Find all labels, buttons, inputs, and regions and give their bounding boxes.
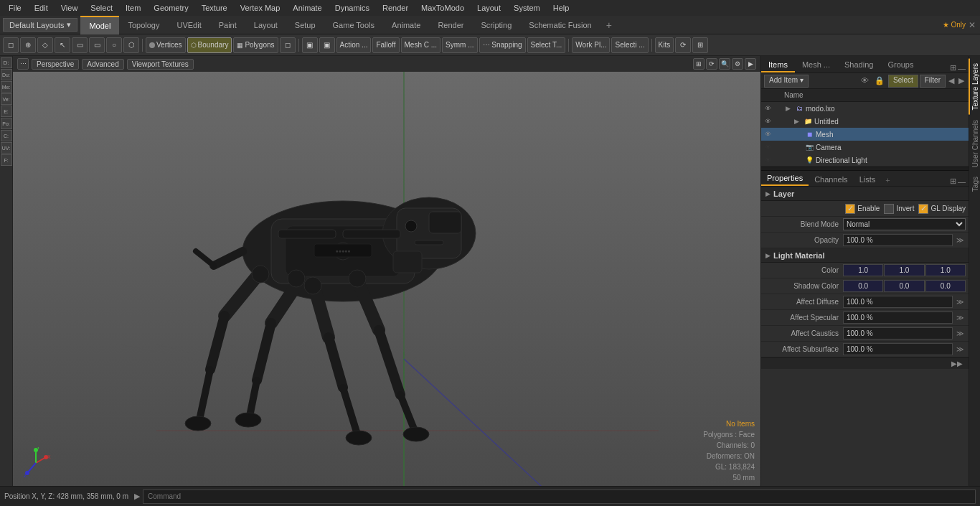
tree-item-mesh[interactable]: 👁 ◼ Mesh [761,128,969,141]
tool-hex[interactable]: ⬡ [123,37,139,53]
menu-select[interactable]: Select [85,2,118,14]
tree-item-light[interactable]: 👁 💡 Directional Light [761,154,969,167]
tool-selectt[interactable]: Select T... [527,37,566,53]
tool-selecti[interactable]: Selecti ... [611,37,648,53]
enable-check-item[interactable]: ✓ Enable [845,204,880,214]
invert-check-item[interactable]: Invert [884,204,914,214]
tab-channels[interactable]: Channels [809,173,853,186]
left-btn-e[interactable]: E: [1,106,12,117]
menu-layout[interactable]: Layout [471,2,507,14]
tab-properties[interactable]: Properties [761,172,809,186]
tree-item-modo[interactable]: 👁 ▶ 🗂 modo.lxo [761,102,969,115]
blend-mode-select[interactable]: Normal Additive Multiply [843,218,966,230]
tab-groups[interactable]: Groups [880,58,920,72]
vp-perspective-btn[interactable]: Perspective [32,59,79,70]
select-btn[interactable]: Select [888,75,918,88]
layout-tab-setup[interactable]: Setup [286,16,324,34]
affect-specular-input[interactable] [843,311,953,324]
left-btn-c[interactable]: C: [1,130,12,141]
tool-refresh[interactable]: ⟳ [675,37,691,53]
eye-modo[interactable]: 👁 [763,103,773,113]
tab-shading[interactable]: Shading [837,58,880,72]
layout-tab-animate[interactable]: Animate [383,16,429,34]
vp-textures-btn[interactable]: Viewport Textures [127,59,194,70]
tool-origin[interactable]: ⊕ [20,37,36,53]
menu-texture[interactable]: Texture [196,2,233,14]
menu-render[interactable]: Render [377,2,414,14]
eye-mesh[interactable]: 👁 [763,129,773,139]
command-input[interactable] [143,489,976,504]
vtab-tags[interactable]: Tags [969,172,980,196]
menu-view[interactable]: View [55,2,84,14]
layout-tab-gametools[interactable]: Game Tools [324,16,384,34]
tool-snapping[interactable]: ⋯ Snapping [479,37,526,53]
viewport-canvas[interactable]: ●●●●● No Items Polygons : Face Channels:… [13,72,760,486]
add-item-btn[interactable]: Add Item ▾ [764,75,809,88]
tool-action[interactable]: Action ... [336,37,372,53]
menu-edit[interactable]: Edit [29,2,54,14]
tool-boundary[interactable]: ⬡ Boundary [187,37,232,53]
tool-falloff[interactable]: Falloff [372,37,399,53]
left-btn-du[interactable]: Du: [1,69,12,80]
menu-help[interactable]: Help [547,2,575,14]
items-scroll-right[interactable]: ▶ [957,76,966,85]
props-minimize-icon[interactable]: — [958,177,966,186]
color-r-input[interactable] [843,264,883,276]
tool-symm[interactable]: Symm ... [442,37,477,53]
menu-system[interactable]: System [508,2,546,14]
layout-dropdown[interactable]: Default Layouts ▾ [3,18,77,32]
layout-tab-topology[interactable]: Topology [119,16,168,34]
layout-tab-paint[interactable]: Paint [210,16,245,34]
layout-tab-model[interactable]: Model [80,16,119,34]
tool-mode6[interactable]: ▣ [319,37,335,53]
layout-tab-render[interactable]: Render [429,16,472,34]
tool-circle[interactable]: ○ [106,37,122,53]
tab-add-plus[interactable]: + [881,174,894,186]
items-lock-icon[interactable]: 🔒 [872,76,887,85]
menu-geometry[interactable]: Geometry [148,2,194,14]
tool-rect2[interactable]: ▭ [89,37,105,53]
shadow-b-input[interactable] [925,280,966,292]
panel-expand-icon[interactable]: ⊞ [950,63,956,72]
eye-camera[interactable]: 👁 [763,142,773,152]
caustics-scroll[interactable]: ≫ [954,329,966,337]
menu-animate[interactable]: Animate [287,2,327,14]
layout-tab-schematic[interactable]: Schematic Fusion [520,16,600,34]
left-btn-me[interactable]: Me: [1,81,12,93]
left-btn-ve[interactable]: Ve: [1,93,12,105]
eye-light[interactable]: 👁 [763,155,773,165]
layer-section-header[interactable]: ▶ Layer [761,187,969,201]
invert-checkbox[interactable] [884,204,894,214]
vtab-texture-layers[interactable]: Texture Layers [969,59,980,115]
color-b-input[interactable] [925,264,966,276]
props-expand-bottom[interactable]: ▶▶ [948,360,966,367]
tool-select-mode[interactable]: ◻ [3,37,19,53]
menu-maxtomodo[interactable]: MaxToModo [415,2,470,14]
vp-icon-search[interactable]: 🔍 [719,58,730,70]
menu-dynamics[interactable]: Dynamics [329,2,375,14]
tree-item-camera[interactable]: 👁 📷 Camera [761,141,969,154]
tool-kits[interactable]: Kits [655,37,674,53]
shadow-r-input[interactable] [843,280,883,292]
diffuse-scroll[interactable]: ≫ [954,298,966,306]
vtab-user-channels[interactable]: User Channels [969,116,980,172]
opacity-scroll[interactable]: ≫ [954,236,966,244]
light-material-section-header[interactable]: ▶ Light Material [761,248,969,263]
eye-untitled[interactable]: 👁 [763,116,773,126]
tool-vertices[interactable]: Vertices [146,37,186,53]
menu-file[interactable]: File [3,2,27,14]
specular-scroll[interactable]: ≫ [954,314,966,322]
vp-icon-home[interactable]: ⊞ [693,58,705,70]
layout-tab-scripting[interactable]: Scripting [473,16,521,34]
enable-checkbox[interactable]: ✓ [845,204,855,214]
filter-btn[interactable]: Filter [920,75,946,88]
tab-items[interactable]: Items [761,58,795,72]
tool-arrow[interactable]: ↖ [55,37,70,53]
left-btn-po[interactable]: Po: [1,118,12,129]
tree-item-untitled[interactable]: 👁 ▶ 📁 Untitled [761,115,969,128]
items-eye-icon[interactable]: 👁 [859,76,871,85]
tab-lists[interactable]: Lists [854,173,882,186]
vp-icon-settings[interactable]: ⚙ [732,58,743,70]
left-btn-uv[interactable]: UV: [1,142,12,154]
color-g-input[interactable] [884,264,924,276]
